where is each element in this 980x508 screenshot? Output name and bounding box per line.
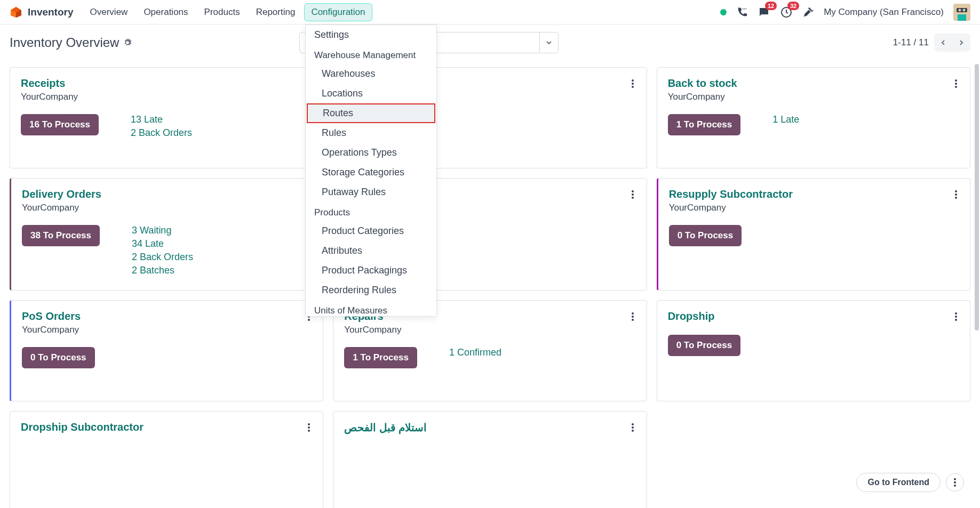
pager-text[interactable]: 1-11 / 11: [893, 37, 929, 48]
pager: 1-11 / 11: [893, 34, 970, 52]
card-stat[interactable]: 34 Late: [132, 238, 193, 249]
svg-point-5: [743, 8, 744, 9]
card-menu-button[interactable]: [630, 310, 636, 323]
dd-item-locations[interactable]: Locations: [306, 84, 436, 103]
svg-point-37: [632, 319, 634, 321]
operation-card: استلام قبل الفحص: [333, 411, 647, 508]
card-title[interactable]: Dropship: [668, 310, 715, 322]
card-stat[interactable]: 2 Back Orders: [132, 252, 193, 263]
card-stat[interactable]: 2 Batches: [132, 265, 193, 276]
card-stats: 1 Late: [772, 114, 799, 125]
card-menu-button[interactable]: [953, 77, 959, 90]
svg-point-46: [632, 430, 634, 432]
kanban-grid: Receipts YourCompany 16 To Process 13 La…: [0, 57, 980, 508]
messages-badge: 12: [765, 2, 777, 10]
card-title[interactable]: Receipts: [21, 77, 78, 90]
svg-point-38: [955, 312, 957, 315]
dd-item-product-packagings[interactable]: Product Packagings: [306, 261, 436, 280]
card-stat[interactable]: 2 Back Orders: [131, 127, 192, 139]
nav-item-products[interactable]: Products: [197, 3, 247, 21]
svg-point-41: [308, 423, 310, 425]
svg-point-45: [632, 426, 634, 429]
card-menu-button[interactable]: [306, 421, 312, 434]
page-scrollbar[interactable]: [973, 64, 980, 490]
dd-item-rules[interactable]: Rules: [306, 123, 436, 143]
card-menu-button[interactable]: [953, 310, 959, 323]
search-dropdown-toggle[interactable]: [539, 32, 559, 53]
card-menu-button[interactable]: [630, 77, 636, 90]
card-title[interactable]: Resupply Subcontractor: [669, 188, 793, 200]
dd-item-putaway-rules[interactable]: Putaway Rules: [306, 182, 436, 202]
card-menu-button[interactable]: [630, 421, 636, 434]
dd-item-warehouses[interactable]: Warehouses: [306, 64, 436, 84]
company-name[interactable]: My Company (San Francisco): [824, 7, 944, 18]
dd-item-settings[interactable]: Settings: [306, 25, 436, 45]
to-process-button[interactable]: 1 To Process: [668, 114, 741, 135]
operation-card: Dropship Subcontractor: [10, 411, 323, 508]
card-title[interactable]: Back to stock: [668, 77, 737, 90]
frontend-menu-button[interactable]: [946, 473, 964, 491]
to-process-button[interactable]: 0 To Process: [668, 335, 741, 356]
card-title[interactable]: Delivery Orders: [22, 188, 101, 200]
to-process-button[interactable]: 16 To Process: [21, 114, 99, 135]
go-to-frontend-button[interactable]: Go to Frontend: [856, 473, 941, 492]
to-process-button[interactable]: 0 To Process: [669, 225, 742, 246]
activities-icon[interactable]: 32: [780, 6, 793, 19]
messages-icon[interactable]: 12: [758, 6, 770, 19]
nav-item-reporting[interactable]: Reporting: [249, 3, 302, 21]
card-stats: 1 Confirmed: [449, 347, 501, 358]
to-process-button[interactable]: 38 To Process: [22, 225, 100, 246]
to-process-button[interactable]: 0 To Process: [22, 347, 95, 368]
chevron-right-icon: [958, 39, 965, 46]
card-stat[interactable]: 3 Waiting: [132, 225, 193, 236]
page-title-text: Inventory Overview: [10, 35, 119, 50]
app-title[interactable]: Inventory: [28, 6, 74, 18]
card-stat[interactable]: 1 Confirmed: [449, 347, 501, 358]
dd-item-operations-types[interactable]: Operations Types: [306, 143, 436, 163]
card-title[interactable]: PoS Orders: [22, 310, 81, 322]
pager-prev-button[interactable]: [934, 34, 952, 52]
svg-point-10: [963, 9, 966, 11]
svg-point-29: [955, 190, 957, 192]
kebab-icon: [632, 423, 634, 432]
card-stat[interactable]: 13 Late: [131, 114, 192, 125]
nav-item-operations[interactable]: Operations: [137, 3, 195, 21]
card-title[interactable]: Dropship Subcontractor: [21, 421, 144, 433]
pager-next-button[interactable]: [952, 34, 970, 52]
to-process-button[interactable]: 1 To Process: [344, 347, 417, 368]
activities-badge: 32: [787, 2, 799, 10]
svg-point-31: [955, 197, 957, 199]
svg-point-22: [955, 86, 957, 88]
kebab-icon: [955, 190, 957, 199]
card-subtitle: YourCompany: [344, 325, 401, 335]
card-menu-button[interactable]: [630, 188, 636, 201]
voip-icon[interactable]: [736, 6, 748, 18]
dd-item-reordering-rules[interactable]: Reordering Rules: [306, 280, 436, 300]
svg-rect-11: [958, 14, 966, 21]
card-menu-button[interactable]: [953, 188, 959, 201]
card-title[interactable]: استلام قبل الفحص: [344, 421, 427, 434]
svg-point-30: [955, 193, 957, 196]
svg-point-4: [746, 8, 747, 9]
dd-item-routes[interactable]: Routes: [307, 103, 435, 123]
card-stat[interactable]: 1 Late: [772, 114, 799, 125]
kebab-icon: [955, 312, 957, 321]
dd-item-product-categories[interactable]: Product Categories: [306, 221, 436, 241]
svg-point-40: [955, 319, 957, 321]
kebab-icon: [632, 79, 634, 88]
card-stats: 3 Waiting34 Late2 Back Orders2 Batches: [132, 225, 193, 276]
nav-item-configuration[interactable]: Configuration: [304, 3, 372, 21]
nav-item-overview[interactable]: Overview: [83, 3, 135, 21]
dd-item-storage-categories[interactable]: Storage Categories: [306, 163, 436, 182]
configuration-dropdown: Settings Warehouse Management Warehouses…: [305, 25, 437, 317]
svg-point-9: [959, 9, 961, 11]
avatar[interactable]: [953, 4, 970, 21]
gear-icon[interactable]: [123, 38, 132, 47]
svg-point-3: [744, 8, 745, 9]
status-dot-icon: [720, 9, 727, 15]
dd-item-attributes[interactable]: Attributes: [306, 241, 436, 261]
debug-icon[interactable]: [802, 6, 814, 18]
card-subtitle: YourCompany: [668, 92, 737, 102]
page-title: Inventory Overview: [10, 35, 132, 50]
operation-card: Receipts YourCompany 16 To Process 13 La…: [10, 67, 323, 168]
